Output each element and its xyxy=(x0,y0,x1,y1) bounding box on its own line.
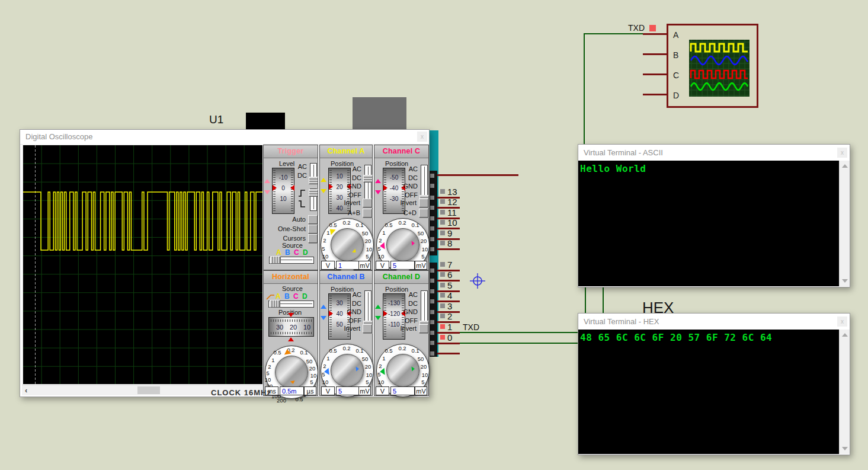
scroll-left-icon[interactable]: ‹ xyxy=(25,386,27,395)
coupling-label: OFF xyxy=(405,191,418,199)
knob-scale-label: 0.5 xyxy=(383,222,395,228)
pin-state-square xyxy=(440,272,445,277)
source-label: Source xyxy=(282,285,303,292)
knob-scale-label: 0.2 xyxy=(341,345,353,351)
unit-right-box: mV xyxy=(358,386,371,395)
knob-scale-label: 0.5 xyxy=(293,396,305,402)
coupling-label: AC xyxy=(353,165,361,172)
coupling-thumb[interactable] xyxy=(309,177,318,184)
coupling-thumb[interactable] xyxy=(363,175,373,183)
position-arrow-up-icon xyxy=(375,305,381,309)
slider-tick-label: -10 xyxy=(273,174,294,181)
close-icon[interactable]: x xyxy=(417,132,427,142)
terminal-hex-titlebar[interactable]: Virtual Terminal - HEX x xyxy=(578,314,850,330)
option-button[interactable] xyxy=(308,215,318,224)
board-module xyxy=(353,97,406,130)
position-slider[interactable]: -130-120-110 xyxy=(383,293,405,340)
position-arrow-down-icon xyxy=(264,190,270,194)
oscilloscope-component[interactable]: ABCD xyxy=(667,24,758,108)
digital-pin-label: 12 xyxy=(447,197,457,207)
pointer-tail xyxy=(412,241,415,245)
option-button[interactable] xyxy=(363,209,372,218)
coupling-label: OFF xyxy=(348,191,361,199)
unit-left-box: V xyxy=(376,386,389,395)
horizontal-position-drum[interactable]: 302010 xyxy=(268,317,314,337)
terminal-ascii-scrollbar[interactable] xyxy=(839,161,850,286)
scale-value-box[interactable]: 5 xyxy=(390,386,415,395)
oscilloscope-window: Digital Oscilloscope x ‹ › TriggerLevel-… xyxy=(20,129,430,397)
scroll-up-icon[interactable] xyxy=(842,333,848,337)
position-slider[interactable]: -50-40-30 xyxy=(383,168,405,214)
option-button[interactable] xyxy=(419,199,428,207)
terminal-ascii-console[interactable]: Hello World xyxy=(578,161,839,286)
knob-scale-label: 10 xyxy=(375,379,387,385)
falling-edge-icon xyxy=(298,200,306,208)
knob-scale-label: 0.2 xyxy=(341,219,353,226)
drum-tick-label: 20 xyxy=(287,324,299,331)
position-arrow-up-icon xyxy=(321,305,326,309)
source-channel-letter: C xyxy=(293,292,299,300)
scroll-down-icon[interactable] xyxy=(842,279,848,283)
pin-hole xyxy=(430,351,434,356)
drum-marker-top xyxy=(288,313,294,317)
terminal-hex-scrollbar[interactable] xyxy=(839,330,850,454)
terminal-hex-console[interactable]: 48 65 6C 6C 6F 20 57 6F 72 6C 64 xyxy=(578,330,839,454)
gain-knob[interactable] xyxy=(331,228,364,261)
scale-value-box[interactable]: 1 xyxy=(336,261,360,270)
knob-scale-label: 0.5 xyxy=(271,349,283,356)
knob-scale-label: 5 xyxy=(262,370,274,376)
scroll-up-icon[interactable] xyxy=(842,164,848,168)
pin-hole xyxy=(430,247,434,251)
knob-scale-label: 0.1 xyxy=(354,347,366,354)
knob-scale-label: 0.5 xyxy=(383,347,395,354)
option-button[interactable] xyxy=(419,209,428,218)
window-title: Digital Oscilloscope xyxy=(25,132,92,141)
scale-value-box[interactable]: 0.5m xyxy=(280,386,304,395)
scope-screen[interactable] xyxy=(23,145,262,384)
oscilloscope-titlebar[interactable]: Digital Oscilloscope x xyxy=(20,130,429,145)
source-slider-thumb[interactable] xyxy=(270,300,280,308)
close-icon[interactable]: x xyxy=(837,316,847,327)
slider-marker-left xyxy=(383,311,387,316)
wire-rxd-to-hex xyxy=(460,343,578,344)
pin-stub xyxy=(437,343,460,344)
knob-scale-label: 0.1 xyxy=(409,347,421,354)
close-icon[interactable]: x xyxy=(837,148,847,158)
option-button[interactable] xyxy=(419,324,428,333)
pin-hole xyxy=(430,310,434,314)
option-button[interactable] xyxy=(363,199,372,207)
position-slider[interactable]: -10010 xyxy=(272,168,294,214)
window-title: Virtual Terminal - ASCII xyxy=(584,148,663,157)
position-slider[interactable]: 10203040 xyxy=(328,168,351,214)
coupling-label: AC xyxy=(409,291,418,298)
source-slider-thumb[interactable] xyxy=(270,256,281,264)
option-button[interactable] xyxy=(308,225,318,234)
coupling-selector[interactable] xyxy=(364,165,371,203)
pin-state-square xyxy=(440,283,445,287)
scale-value-box[interactable]: 5 xyxy=(336,386,360,395)
source-channel-letter: B xyxy=(285,248,290,257)
position-slider[interactable]: 304050 xyxy=(328,293,351,340)
panel-channel_c: Channel CPosition-50-40-30ACDCGNDOFFInve… xyxy=(374,145,429,270)
scale-value-box[interactable]: 5 xyxy=(390,261,415,270)
option-button[interactable] xyxy=(363,324,372,333)
option-button[interactable] xyxy=(308,234,318,243)
position-arrow-up-icon xyxy=(321,178,326,182)
pin-state-square xyxy=(440,293,445,298)
scroll-thumb[interactable] xyxy=(137,386,160,394)
position-arrow-down-icon xyxy=(321,316,326,320)
terminal-ascii-titlebar[interactable]: Virtual Terminal - ASCII x xyxy=(578,145,850,161)
slider-marker-left xyxy=(383,185,387,191)
edge-thumb[interactable] xyxy=(309,189,318,197)
knob-scale-label: 20 xyxy=(362,238,374,244)
coupling-label: DC xyxy=(352,174,361,181)
clock-label: CLOCK 16MHz xyxy=(211,388,271,397)
pointer-tip xyxy=(380,368,385,376)
coupling-label: GND xyxy=(347,183,361,190)
digital-pin-label: 4 xyxy=(447,290,452,300)
wire-terminal-link-2 xyxy=(603,287,604,313)
scroll-down-icon[interactable] xyxy=(842,447,848,450)
pointer-tip xyxy=(324,368,329,376)
pin-hole xyxy=(430,331,434,335)
oscilloscope-icon xyxy=(689,40,750,97)
